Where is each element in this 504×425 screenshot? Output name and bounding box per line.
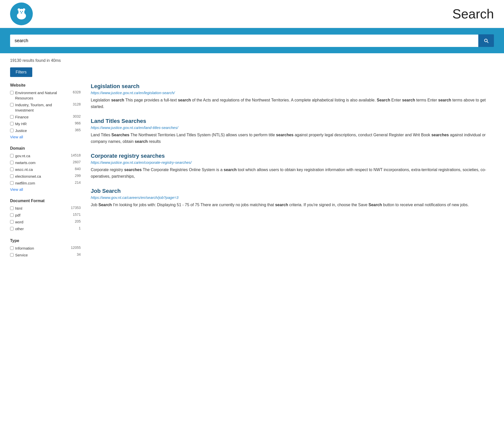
content-layout: Website Environment and Natural Resource… bbox=[10, 83, 494, 265]
result-item-legislation: Legislation search https://www.justice.g… bbox=[91, 83, 494, 110]
svg-point-3 bbox=[23, 8, 25, 11]
filter-checkbox-word[interactable] bbox=[10, 220, 14, 224]
svg-point-5 bbox=[22, 11, 23, 12]
svg-point-2 bbox=[18, 8, 20, 11]
result-title-corporate[interactable]: Corporate registry searches bbox=[91, 153, 494, 159]
filter-label: Justice bbox=[15, 128, 27, 133]
result-title-land-titles[interactable]: Land Titles Searches bbox=[91, 118, 494, 124]
sidebar-section-domain: Domain gov.nt.ca 14518 nwtarts.com 2607 bbox=[10, 146, 81, 192]
logo bbox=[10, 3, 33, 25]
filter-count: 3128 bbox=[73, 102, 81, 106]
list-item: Service 34 bbox=[10, 252, 81, 258]
view-all-domain[interactable]: View all bbox=[10, 187, 81, 192]
filter-checkbox-justice[interactable] bbox=[10, 129, 14, 132]
filter-count: 966 bbox=[75, 121, 81, 125]
filter-label: Industry, Tourism, and Investment bbox=[15, 102, 71, 113]
result-snippet-legislation: Legislation search This page provides a … bbox=[91, 97, 494, 110]
filter-label: gov.nt.ca bbox=[15, 153, 30, 158]
sidebar-section-docformat: Document Format html 17353 pdf 1571 bbox=[10, 199, 81, 231]
sidebar-section-website: Website Environment and Natural Resource… bbox=[10, 83, 81, 139]
filter-checkbox-govntca[interactable] bbox=[10, 154, 14, 157]
header: Search bbox=[0, 0, 504, 28]
result-url-legislation[interactable]: https://www.justice.gov.nt.ca/en/legisla… bbox=[91, 91, 494, 95]
sidebar-section-title-website: Website bbox=[10, 83, 81, 88]
page-title: Search bbox=[452, 6, 494, 21]
result-item-land-titles: Land Titles Searches https://www.justice… bbox=[91, 118, 494, 145]
result-snippet-job: Job Search I'm looking for jobs with: Di… bbox=[91, 202, 494, 208]
list-item: nwtfilm.com 214 bbox=[10, 180, 81, 186]
filter-label: other bbox=[15, 226, 24, 231]
results-list: Legislation search https://www.justice.g… bbox=[91, 83, 494, 265]
filter-label: Information bbox=[15, 246, 34, 251]
filter-label: nwtarts.com bbox=[15, 160, 36, 165]
filter-checkbox-environment[interactable] bbox=[10, 91, 14, 94]
filter-checkbox-wscc[interactable] bbox=[10, 168, 14, 171]
filter-count: 6328 bbox=[73, 90, 81, 94]
sidebar-section-type: Type Information 12055 Service 34 bbox=[10, 238, 81, 258]
logo-icon bbox=[14, 6, 29, 21]
sidebar-section-title-docformat: Document Format bbox=[10, 199, 81, 203]
svg-point-4 bbox=[20, 11, 21, 12]
filter-count: 205 bbox=[75, 219, 81, 223]
list-item: My HR 966 bbox=[10, 121, 81, 126]
list-item: word 205 bbox=[10, 219, 81, 225]
filter-checkbox-service[interactable] bbox=[10, 253, 14, 257]
filter-label: My HR bbox=[15, 121, 27, 126]
result-item-job: Job Search https://www.gov.nt.ca/careers… bbox=[91, 188, 494, 208]
filter-count: 12055 bbox=[71, 246, 81, 250]
sidebar-section-title-type: Type bbox=[10, 238, 81, 243]
main-content: 19130 results found in 40ms Filters Webs… bbox=[0, 53, 504, 270]
filter-label: Finance bbox=[15, 114, 28, 120]
list-item: gov.nt.ca 14518 bbox=[10, 153, 81, 158]
filter-count: 1571 bbox=[73, 212, 81, 217]
filter-checkbox-html[interactable] bbox=[10, 206, 14, 210]
result-url-land-titles[interactable]: https://www.justice.gov.nt.ca/en/land-ti… bbox=[91, 125, 494, 130]
list-item: Justice 365 bbox=[10, 128, 81, 133]
filter-checkbox-pdf[interactable] bbox=[10, 213, 14, 217]
list-item: Industry, Tourism, and Investment 3128 bbox=[10, 102, 81, 113]
filter-label: wscc.nt.ca bbox=[15, 167, 33, 172]
result-item-corporate: Corporate registry searches https://www.… bbox=[91, 153, 494, 179]
filter-checkbox-myhr[interactable] bbox=[10, 122, 14, 125]
filter-checkbox-nwtfilm[interactable] bbox=[10, 181, 14, 185]
filter-label: Service bbox=[15, 252, 28, 258]
filter-label: html bbox=[15, 206, 22, 211]
search-band bbox=[0, 28, 504, 53]
filter-checkbox-nwtarts[interactable] bbox=[10, 161, 14, 164]
filters-button[interactable]: Filters bbox=[10, 67, 32, 77]
filter-count: 2607 bbox=[73, 160, 81, 164]
list-item: other 1 bbox=[10, 226, 81, 231]
filter-count: 17353 bbox=[71, 206, 81, 210]
list-item: pdf 1571 bbox=[10, 212, 81, 218]
filter-label: pdf bbox=[15, 212, 20, 218]
list-item: wscc.nt.ca 840 bbox=[10, 167, 81, 172]
result-title-legislation[interactable]: Legislation search bbox=[91, 83, 494, 90]
list-item: html 17353 bbox=[10, 206, 81, 211]
view-all-website[interactable]: View all bbox=[10, 135, 81, 139]
result-url-corporate[interactable]: https://www.justice.gov.nt.ca/en/corpora… bbox=[91, 160, 494, 165]
list-item: Information 12055 bbox=[10, 246, 81, 251]
filter-count: 214 bbox=[75, 180, 81, 184]
filter-count: 840 bbox=[75, 167, 81, 171]
filter-count: 1 bbox=[79, 226, 81, 230]
svg-point-6 bbox=[21, 12, 22, 13]
result-url-job[interactable]: https://www.gov.nt.ca/careers/en/search/… bbox=[91, 195, 494, 200]
filter-checkbox-industry[interactable] bbox=[10, 103, 14, 107]
search-submit-button[interactable] bbox=[478, 34, 494, 47]
result-snippet-corporate: Corporate registry searches The Corporat… bbox=[91, 167, 494, 179]
filter-checkbox-other[interactable] bbox=[10, 227, 14, 230]
filter-label: word bbox=[15, 219, 23, 225]
list-item: Finance 3032 bbox=[10, 114, 81, 120]
result-title-job[interactable]: Job Search bbox=[91, 188, 494, 194]
filter-checkbox-elections[interactable] bbox=[10, 174, 14, 178]
search-icon bbox=[483, 38, 489, 43]
filter-label: Environment and Natural Resources bbox=[15, 90, 71, 101]
search-input[interactable] bbox=[10, 35, 478, 47]
sidebar-section-title-domain: Domain bbox=[10, 146, 81, 151]
filter-checkbox-information[interactable] bbox=[10, 246, 14, 250]
filter-label: electionsnwt.ca bbox=[15, 174, 41, 179]
filter-checkbox-finance[interactable] bbox=[10, 115, 14, 119]
list-item: nwtarts.com 2607 bbox=[10, 160, 81, 165]
list-item: Environment and Natural Resources 6328 bbox=[10, 90, 81, 101]
filter-count: 365 bbox=[75, 128, 81, 132]
